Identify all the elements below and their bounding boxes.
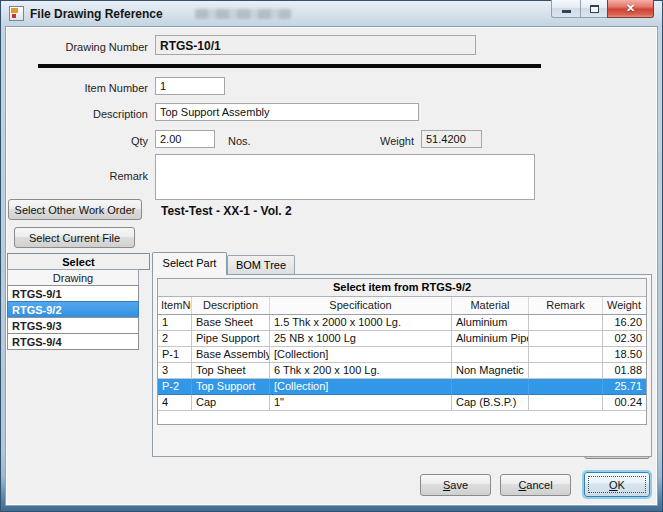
weight-field: 51.4200	[421, 130, 482, 148]
titlebar[interactable]: File Drawing Reference	[9, 3, 291, 24]
minimize-icon	[562, 10, 571, 13]
minimize-button[interactable]	[551, 0, 581, 18]
window-controls: ✕	[551, 0, 654, 18]
column-header-material: Material	[452, 297, 529, 314]
drawing-list-item[interactable]: RTGS-9/1	[7, 285, 139, 302]
select-part-tab-page: Select item from RTGS-9/2 ItemNu Descrip…	[152, 274, 652, 457]
description-field[interactable]: Top Support Assembly	[155, 103, 419, 121]
select-current-file-button[interactable]: Select Current File	[14, 227, 135, 248]
work-order-title: Test-Test - XX-1 - Vol. 2	[161, 204, 292, 218]
tab-bom-tree[interactable]: BOM Tree	[227, 255, 295, 275]
tab-select-part[interactable]: Select Part	[152, 252, 227, 275]
maximize-button[interactable]	[580, 0, 608, 18]
item-number-field[interactable]: 1	[155, 77, 225, 95]
drawing-list-item-selected[interactable]: RTGS-9/2	[7, 301, 139, 318]
table-row[interactable]: P-1 Base Assembly [Collection] 18.50	[158, 347, 646, 363]
qty-label: Qty	[98, 135, 148, 147]
app-icon	[9, 6, 24, 21]
drawing-number-field[interactable]: RTGS-10/1	[155, 35, 476, 55]
parts-grid: Select item from RTGS-9/2 ItemNu Descrip…	[157, 278, 647, 425]
maximize-icon	[590, 5, 599, 13]
column-header-weight: Weight	[603, 297, 646, 314]
parts-grid-header: ItemNu Description Specification Materia…	[158, 297, 646, 315]
column-header-itemnu: ItemNu	[158, 297, 192, 314]
qty-field[interactable]: 2.00	[155, 130, 215, 148]
separator-line	[38, 64, 541, 68]
table-row[interactable]: 2 Pipe Support 25 NB x 1000 Lg Aluminium…	[158, 331, 646, 347]
select-other-work-order-button[interactable]: Select Other Work Order	[8, 199, 142, 220]
save-button[interactable]: Save	[420, 474, 491, 496]
close-icon: ✕	[626, 3, 635, 14]
qty-unit-label: Nos.	[228, 135, 288, 147]
dialog-window: File Drawing Reference ✕ Drawing Number …	[0, 0, 663, 512]
weight-label: Weight	[362, 135, 414, 147]
remark-label: Remark	[48, 170, 148, 182]
drawing-number-label: Drawing Number	[36, 41, 148, 53]
remark-field[interactable]	[155, 154, 535, 200]
ok-button[interactable]: OK	[584, 472, 650, 497]
drawing-list-item[interactable]: RTGS-9/4	[7, 333, 139, 350]
drawing-column-header: Drawing	[7, 269, 139, 286]
table-row[interactable]: 3 Top Sheet 6 Thk x 200 x 100 Lg. Non Ma…	[158, 363, 646, 379]
parts-grid-caption: Select item from RTGS-9/2	[158, 279, 646, 297]
description-label: Description	[48, 108, 148, 120]
close-button[interactable]: ✕	[607, 0, 654, 18]
cancel-button[interactable]: Cancel	[500, 474, 571, 496]
item-number-label: Item Number	[48, 82, 148, 94]
drawing-list-item[interactable]: RTGS-9/3	[7, 317, 139, 334]
column-header-specification: Specification	[270, 297, 452, 314]
redacted-text	[195, 9, 291, 19]
column-header-remark: Remark	[529, 297, 603, 314]
drawing-list-caption: Select	[7, 253, 150, 270]
table-row[interactable]: 4 Cap 1" Cap (B.S.P.) 00.24	[158, 395, 646, 411]
window-title: File Drawing Reference	[30, 7, 163, 21]
column-header-description: Description	[192, 297, 270, 314]
form-client-area: Drawing Number RTGS-10/1 Item Number 1 D…	[5, 26, 658, 506]
table-row[interactable]: 1 Base Sheet 1.5 Thk x 2000 x 1000 Lg. A…	[158, 315, 646, 331]
table-row-selected[interactable]: P-2 Top SupportAssembly [Collection] 25.…	[158, 379, 646, 395]
